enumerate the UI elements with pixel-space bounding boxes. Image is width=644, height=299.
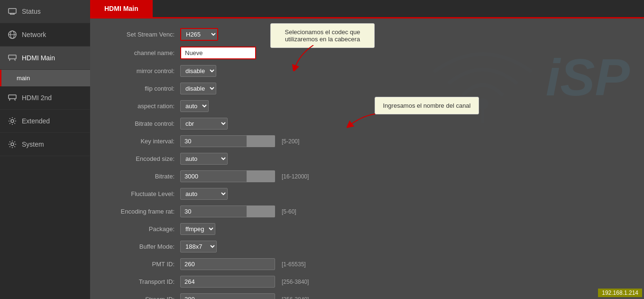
encoding-frame-rate-control: [5-60] — [180, 206, 296, 217]
buffer-mode-control: 188x7 188x14 — [180, 241, 217, 252]
buffer-mode-label: Buffer Mode: — [104, 243, 180, 250]
flip-control-select[interactable]: disable enable — [180, 83, 216, 94]
stream-id-label: Stream ID: — [104, 296, 180, 299]
form-row-frame-rate: Encoding frame rat: [5-60] — [104, 206, 630, 217]
svg-point-14 — [11, 143, 14, 146]
stream-id-input[interactable] — [180, 293, 275, 299]
form-row-mirror: mirror control: disable enable — [104, 65, 630, 77]
sidebar-item-network-label: Network — [22, 31, 46, 38]
form-row-bitrate: Bitrate: [16-12000] — [104, 170, 630, 182]
globe-icon — [8, 30, 17, 39]
pmt-id-range: [1-65535] — [282, 261, 306, 268]
encoded-size-control: auto 1920x1080 1280x720 — [180, 153, 228, 165]
svg-rect-10 — [9, 95, 16, 99]
key-interval-slider-bg — [247, 135, 275, 147]
form-row-channel-name: channel name: — [104, 47, 630, 59]
stream-id-range: [256-3840] — [282, 296, 309, 299]
encoding-frame-rate-label: Encoding frame rat: — [104, 208, 180, 215]
sidebar-item-extended[interactable]: Extended — [0, 110, 90, 133]
svg-rect-7 — [9, 55, 16, 59]
fluctuate-level-control: auto low middle high — [180, 188, 228, 200]
sidebar-sub-main[interactable]: main — [0, 70, 90, 86]
flip-control-label: flip control: — [104, 85, 180, 92]
package-control: ffmpeg rtp — [180, 223, 215, 235]
mirror-control-control: disable enable — [180, 65, 216, 77]
encoded-size-select[interactable]: auto 1920x1080 1280x720 — [180, 153, 228, 165]
sidebar-item-hdmi-main[interactable]: HDMI Main — [0, 47, 90, 70]
channel-name-input[interactable] — [180, 47, 256, 59]
sidebar-item-network[interactable]: Network — [0, 23, 90, 47]
form-row-package: Package: ffmpeg rtp — [104, 223, 630, 235]
callout-codec-arrow — [290, 45, 318, 71]
form-row-pmt-id: PMT ID: [1-65535] — [104, 258, 630, 270]
mirror-control-label: mirror control: — [104, 67, 180, 75]
sidebar-item-status-label: Status — [22, 8, 41, 15]
stream-id-control: [256-3840] — [180, 293, 309, 299]
aspect-ration-select[interactable]: auto 4:3 16:9 — [180, 100, 209, 112]
bitrate-control-control: cbr vbr — [180, 118, 228, 130]
bitrate-control-input: [16-12000] — [180, 170, 309, 182]
bitrate-control-label: Bitrate control: — [104, 120, 180, 127]
key-interval-range: [5-200] — [282, 138, 299, 145]
svg-line-11 — [9, 99, 10, 101]
frame-rate-slider-bg — [247, 206, 275, 217]
form-row-buffer-mode: Buffer Mode: 188x7 188x14 — [104, 241, 630, 252]
svg-line-12 — [15, 99, 15, 101]
form-row-key-interval: Key interval: [5-200] — [104, 135, 630, 147]
encoded-size-label: Encoded size: — [104, 155, 180, 162]
mirror-control-select[interactable]: disable enable — [180, 65, 216, 77]
svg-rect-0 — [9, 9, 16, 13]
set-stream-venc-select[interactable]: H265 H264 — [180, 28, 218, 41]
sidebar-item-status[interactable]: Status — [0, 0, 90, 23]
bitrate-range: [16-12000] — [282, 173, 309, 180]
main-content: HDMI Main iSP Selecionamos el codec que … — [90, 0, 644, 299]
key-interval-control: [5-200] — [180, 135, 299, 147]
sidebar: Status Network HDMI Main main HDMI 2nd — [0, 0, 90, 299]
ip-address-badge: 192.168.1.214 — [598, 289, 642, 297]
svg-point-13 — [11, 120, 14, 122]
transport-id-label: Transport ID: — [104, 278, 180, 285]
hdmi-icon — [8, 53, 17, 63]
sidebar-item-hdmi-2nd-label: HDMI 2nd — [22, 94, 52, 102]
flip-control-control: disable enable — [180, 83, 216, 94]
pmt-id-input[interactable] — [180, 258, 275, 270]
sidebar-sub-main-label: main — [17, 75, 30, 82]
sidebar-item-extended-label: Extended — [22, 117, 50, 125]
set-stream-venc-label: Set Stream Venc: — [104, 31, 180, 38]
bitrate-control-select[interactable]: cbr vbr — [180, 118, 228, 130]
callout-channel-arrow — [347, 112, 377, 131]
callout-codec: Selecionamos el codec que utilizaremos e… — [270, 23, 375, 48]
header-tabs: HDMI Main — [90, 0, 644, 19]
channel-name-label: channel name: — [104, 49, 180, 56]
sidebar-item-hdmi-main-label: HDMI Main — [22, 54, 55, 62]
fluctuate-level-select[interactable]: auto low middle high — [180, 188, 228, 200]
transport-id-range: [256-3840] — [282, 279, 309, 285]
bitrate-label: Bitrate: — [104, 173, 180, 180]
form-row-transport-id: Transport ID: [256-3840] — [104, 276, 630, 288]
aspect-ration-label: aspect ration: — [104, 103, 180, 110]
sidebar-item-hdmi-2nd[interactable]: HDMI 2nd — [0, 86, 90, 110]
fluctuate-level-label: Fluctuate Level: — [104, 190, 180, 197]
sidebar-item-system-label: System — [22, 140, 44, 148]
encoding-frame-rate-range: [5-60] — [282, 208, 296, 215]
sidebar-item-system[interactable]: System — [0, 133, 90, 156]
settings-icon — [8, 140, 17, 149]
content-area: iSP Selecionamos el codec que utilizarem… — [90, 19, 644, 299]
set-stream-venc-control: H265 H264 — [180, 28, 218, 41]
pmt-id-label: PMT ID: — [104, 261, 180, 268]
form-row-aspect: aspect ration: auto 4:3 16:9 — [104, 100, 630, 112]
form-container: Set Stream Venc: H265 H264 channel name: — [104, 28, 630, 290]
monitor-icon — [8, 7, 17, 16]
form-row-stream-id: Stream ID: [256-3840] — [104, 293, 630, 299]
callout-channel: Ingresamos el nombre del canal — [375, 97, 479, 114]
transport-id-input[interactable] — [180, 276, 275, 288]
aspect-ration-control: auto 4:3 16:9 — [180, 100, 209, 112]
package-label: Package: — [104, 225, 180, 233]
form-row-fluctuate: Fluctuate Level: auto low middle high — [104, 188, 630, 200]
buffer-mode-select[interactable]: 188x7 188x14 — [180, 241, 217, 252]
package-select[interactable]: ffmpeg rtp — [180, 223, 215, 235]
form-row-flip: flip control: disable enable — [104, 83, 630, 94]
bitrate-slider-bg — [247, 170, 275, 182]
key-interval-label: Key interval: — [104, 138, 180, 145]
tab-hdmi-main[interactable]: HDMI Main — [90, 0, 153, 17]
